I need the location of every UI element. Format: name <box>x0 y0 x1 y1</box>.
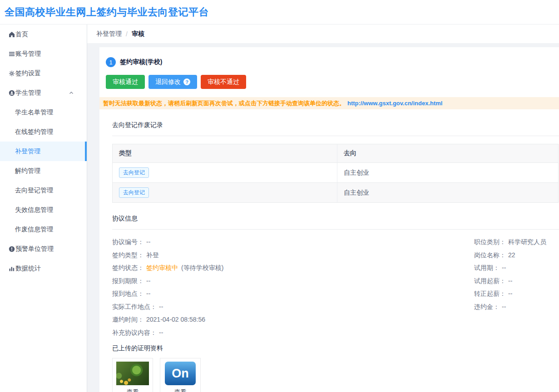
attachment-card[interactable]: 查看 <box>112 358 153 392</box>
attachment-thumbnail-image <box>116 362 149 385</box>
reject-button-label: 审核不通过 <box>208 78 239 86</box>
sidebar-item-label: 首页 <box>15 30 28 39</box>
sidebar-item-destination-reg[interactable]: 去向登记管理 <box>0 181 87 200</box>
sidebar: 首页 账号管理 签约设置 学生管理 <box>0 24 87 392</box>
return-button-label: 退回修改 <box>155 78 181 86</box>
destination-cell: 自主创业 <box>337 163 559 183</box>
breadcrumb-separator: / <box>126 30 128 38</box>
field-probation-salary: 试用起薪： -- <box>474 277 546 286</box>
sidebar-item-warning-units[interactable]: 预警单位管理 <box>0 239 87 259</box>
field-position-category: 职位类别： 科学研究人员 <box>474 238 546 247</box>
attachments-row: 查看 On 查看 <box>112 358 559 392</box>
status-note: (等待学校审核) <box>181 264 223 273</box>
question-circle-icon: ? <box>183 78 190 85</box>
step-title: 签约审核(学校) <box>120 58 162 66</box>
field-penalty: 违约金： -- <box>474 303 546 312</box>
field-invite-time: 邀约时间： 2021-04-02 08:58:56 <box>112 315 559 324</box>
list-icon <box>8 50 15 57</box>
agreement-info: 协议编号： -- 签约类型： 补登 签约状态： 签约审核中 (等待学校审核) <box>112 230 559 337</box>
attachment-thumbnail-image: On <box>164 362 197 385</box>
sidebar-item-label: 补登管理 <box>15 147 40 156</box>
void-records-title: 去向登记作废记录 <box>112 121 559 136</box>
status-badge: 签约审核中 <box>146 264 178 273</box>
field-supplementary-content: 补充协议内容： -- <box>112 328 559 338</box>
home-icon <box>8 31 15 38</box>
sidebar-item-home[interactable]: 首页 <box>0 24 87 44</box>
content-card: 1 签约审核(学校) 审核通过 退回修改 ? 审核不通过 <box>99 47 559 392</box>
breadcrumb-parent[interactable]: 补登管理 <box>96 30 122 38</box>
sidebar-item-label: 解约管理 <box>15 167 40 175</box>
sidebar-item-student-mgmt[interactable]: 学生管理 <box>0 83 87 103</box>
sidebar-item-invalid-info[interactable]: 失效信息管理 <box>0 200 87 220</box>
sidebar-item-label: 学生名单管理 <box>15 108 53 117</box>
table-row: 去向登记 自主创业 <box>113 183 559 203</box>
column-header-type: 类型 <box>113 144 337 163</box>
sidebar-item-sign-settings[interactable]: 签约设置 <box>0 64 87 83</box>
agreement-section: 协议信息 协议编号： -- 签约类型： 补登 <box>112 215 559 392</box>
sidebar-item-student-list[interactable]: 学生名单管理 <box>0 103 87 122</box>
sidebar-item-label: 失效信息管理 <box>15 206 53 214</box>
sidebar-item-label: 账号管理 <box>15 50 41 58</box>
app-header: 全国高校毕业生网上签约与毕业去向登记平台 <box>0 0 559 24</box>
user-icon <box>8 89 15 96</box>
status-notice-bar: 暂时无法获取最新状态，请稍后刷新页面再次尝试，或点击下方链接手动查询该单位的状态… <box>99 97 559 109</box>
void-records-table: 类型 去向 去向登记 自主创业 去向登记 自主创业 <box>112 144 559 203</box>
table-row: 去向登记 自主创业 <box>113 163 559 183</box>
type-tag: 去向登记 <box>119 167 149 178</box>
breadcrumb-current: 审核 <box>132 30 144 38</box>
field-position-name: 岗位名称： 22 <box>474 251 546 260</box>
sidebar-item-termination[interactable]: 解约管理 <box>0 161 87 181</box>
action-button-row: 审核通过 退回修改 ? 审核不通过 <box>106 75 559 89</box>
reject-button[interactable]: 审核不通过 <box>201 75 246 89</box>
page-title: 全国高校毕业生网上签约与毕业去向登记平台 <box>5 5 209 19</box>
sidebar-item-label: 去向登记管理 <box>15 186 53 195</box>
main-area: 补登管理 / 审核 1 签约审核(学校) 审核通过 退回修改 ? <box>87 24 559 392</box>
void-records-section: 去向登记作废记录 类型 去向 去向登记 自主创业 <box>112 121 559 203</box>
approve-button-label: 审核通过 <box>113 78 138 86</box>
sidebar-item-label: 预警单位管理 <box>15 245 54 253</box>
breadcrumb: 补登管理 / 审核 <box>87 24 559 43</box>
table-header-row: 类型 去向 <box>113 144 559 163</box>
notice-text: 暂时无法获取最新状态，请稍后刷新页面再次尝试，或点击下方链接手动查询该单位的状态… <box>103 100 345 107</box>
chevron-up-icon <box>69 90 74 96</box>
gear-icon <box>8 70 15 77</box>
app-window: 全国高校毕业生网上签约与毕业去向登记平台 首页 账号管理 签约设置 <box>0 0 559 392</box>
sidebar-item-label: 签约设置 <box>15 69 41 78</box>
step-indicator: 1 签约审核(学校) <box>106 57 559 67</box>
sidebar-item-voided-info[interactable]: 作废信息管理 <box>0 220 87 239</box>
step-number-badge: 1 <box>106 57 116 67</box>
sidebar-item-label: 在线签约管理 <box>15 128 53 136</box>
attachments-title: 已上传的证明资料 <box>112 344 559 353</box>
sidebar-item-online-sign[interactable]: 在线签约管理 <box>0 122 87 142</box>
sidebar-item-account[interactable]: 账号管理 <box>0 44 87 64</box>
sidebar-item-label: 学生管理 <box>15 89 41 97</box>
on-logo: On <box>165 362 196 385</box>
type-tag: 去向登记 <box>119 187 149 198</box>
field-probation-period: 试用期： -- <box>474 264 546 273</box>
sidebar-item-statistics[interactable]: 数据统计 <box>0 259 87 278</box>
view-attachment-link[interactable]: 查看 <box>164 388 197 392</box>
alert-icon <box>8 245 15 252</box>
agreement-title: 协议信息 <box>112 215 559 230</box>
destination-cell: 自主创业 <box>337 183 559 203</box>
sidebar-item-supplementary-reg[interactable]: 补登管理 <box>0 142 87 161</box>
gsxt-link[interactable]: http://www.gsxt.gov.cn/index.html <box>347 100 442 107</box>
column-header-destination: 去向 <box>337 144 559 163</box>
return-for-edit-button[interactable]: 退回修改 ? <box>148 75 197 89</box>
attachment-card[interactable]: On 查看 <box>160 358 201 392</box>
sidebar-item-label: 作废信息管理 <box>15 225 53 234</box>
bar-chart-icon <box>8 265 15 272</box>
sidebar-item-label: 数据统计 <box>15 265 41 273</box>
view-attachment-link[interactable]: 查看 <box>116 388 149 392</box>
approve-button[interactable]: 审核通过 <box>106 75 145 89</box>
field-regular-salary: 转正起薪： -- <box>474 289 546 299</box>
